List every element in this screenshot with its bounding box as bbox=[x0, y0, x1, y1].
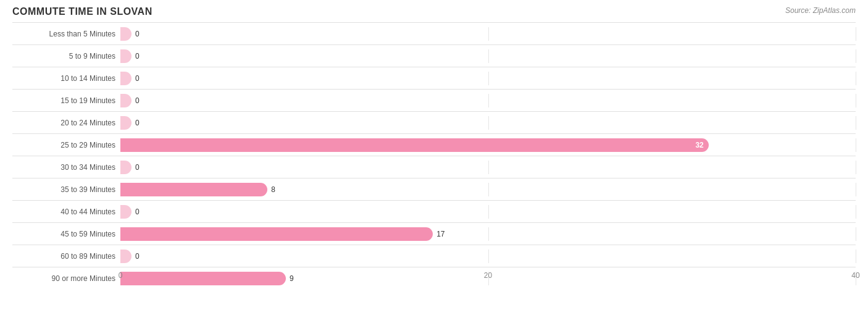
bar-track: 0 bbox=[120, 116, 856, 130]
bar-row: 10 to 14 Minutes0 bbox=[12, 67, 856, 89]
bar-fill bbox=[120, 49, 131, 63]
bar-fill bbox=[120, 27, 131, 41]
bar-track: 8 bbox=[120, 183, 856, 196]
bar-fill bbox=[120, 116, 131, 130]
bar-label: 60 to 89 Minutes bbox=[12, 252, 120, 261]
bar-track: 0 bbox=[120, 72, 856, 85]
bar-value-label: 17 bbox=[436, 230, 444, 238]
bar-value-label: 0 bbox=[135, 208, 140, 216]
x-axis-tick: 20 bbox=[484, 271, 492, 280]
bar-track: 32 bbox=[120, 138, 856, 152]
bar-label: 35 to 39 Minutes bbox=[12, 185, 120, 194]
bar-fill: 32 bbox=[120, 138, 709, 152]
bar-value-inside: 32 bbox=[695, 141, 708, 149]
bar-fill bbox=[120, 94, 131, 107]
chart-source: Source: ZipAtlas.com bbox=[785, 6, 856, 15]
bar-label: 5 to 9 Minutes bbox=[12, 52, 120, 61]
bar-label: 25 to 29 Minutes bbox=[12, 141, 120, 149]
bar-value-label: 0 bbox=[135, 163, 140, 172]
bar-track: 0 bbox=[120, 94, 856, 107]
bar-row: 45 to 59 Minutes17 bbox=[12, 222, 856, 245]
bar-label: 45 to 59 Minutes bbox=[12, 230, 120, 238]
chart-area: Less than 5 Minutes05 to 9 Minutes010 to… bbox=[12, 22, 856, 283]
x-axis-tick: 40 bbox=[851, 271, 859, 280]
chart-title: COMMUTE TIME IN SLOVAN bbox=[12, 6, 152, 17]
bar-track: 0 bbox=[120, 49, 856, 63]
chart-header: COMMUTE TIME IN SLOVAN Source: ZipAtlas.… bbox=[12, 6, 856, 17]
bar-fill bbox=[120, 72, 131, 85]
bar-row: Less than 5 Minutes0 bbox=[12, 22, 856, 44]
bar-fill bbox=[120, 205, 131, 219]
bar-row: 20 to 24 Minutes0 bbox=[12, 111, 856, 133]
bar-fill bbox=[120, 183, 267, 196]
bar-label: 40 to 44 Minutes bbox=[12, 208, 120, 216]
bar-label: 15 to 19 Minutes bbox=[12, 96, 120, 105]
bar-row: 40 to 44 Minutes0 bbox=[12, 200, 856, 222]
bar-label: 90 or more Minutes bbox=[12, 274, 120, 283]
bar-value-label: 0 bbox=[135, 96, 140, 105]
bar-track: 0 bbox=[120, 250, 856, 263]
x-axis-tick: 0 bbox=[119, 271, 123, 280]
bar-value-label: 0 bbox=[135, 30, 140, 38]
bar-label: 20 to 24 Minutes bbox=[12, 119, 120, 127]
bar-value-label: 0 bbox=[135, 74, 140, 83]
bar-value-label: 8 bbox=[271, 185, 275, 194]
bar-track: 0 bbox=[120, 205, 856, 219]
bar-fill bbox=[120, 250, 131, 263]
bar-row: 35 to 39 Minutes8 bbox=[12, 178, 856, 200]
bar-row: 60 to 89 Minutes0 bbox=[12, 245, 856, 267]
bar-track: 17 bbox=[120, 227, 856, 241]
bar-value-label: 0 bbox=[135, 252, 140, 261]
bar-track: 0 bbox=[120, 27, 856, 41]
bar-value-label: 0 bbox=[135, 52, 140, 61]
bar-label: 30 to 34 Minutes bbox=[12, 163, 120, 172]
chart-container: COMMUTE TIME IN SLOVAN Source: ZipAtlas.… bbox=[0, 0, 868, 323]
bar-value-label: 0 bbox=[135, 119, 140, 127]
x-axis: 02040 bbox=[120, 271, 856, 283]
bar-label: Less than 5 Minutes bbox=[12, 30, 120, 38]
bar-row: 15 to 19 Minutes0 bbox=[12, 89, 856, 111]
bar-row: 30 to 34 Minutes0 bbox=[12, 156, 856, 178]
bar-label: 10 to 14 Minutes bbox=[12, 74, 120, 83]
bar-row: 5 to 9 Minutes0 bbox=[12, 44, 856, 67]
bar-track: 0 bbox=[120, 161, 856, 174]
bar-row: 25 to 29 Minutes32 bbox=[12, 133, 856, 156]
bar-fill bbox=[120, 161, 131, 174]
bar-fill bbox=[120, 227, 433, 241]
